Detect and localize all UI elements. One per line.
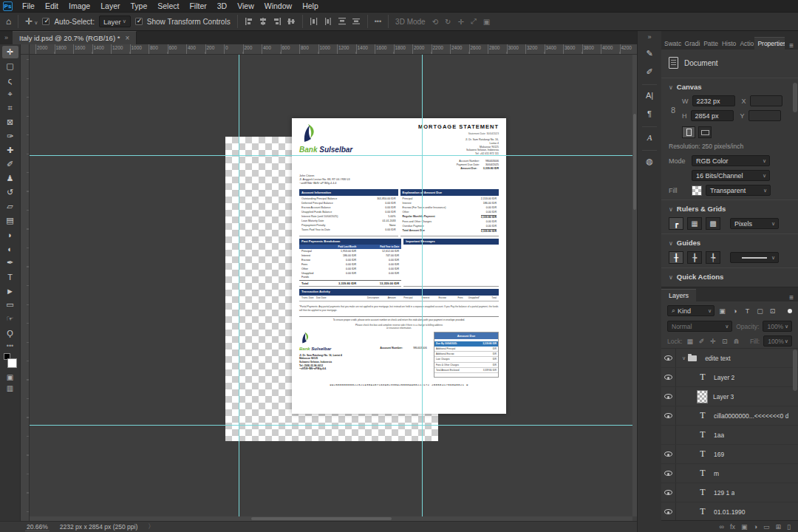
opacity-field[interactable]: 100% [763,321,792,332]
new-layer-icon[interactable]: ⊞ [776,523,782,531]
guide-style-dropdown[interactable] [730,252,779,263]
ruler-corner[interactable] [21,44,30,55]
menu-layer[interactable]: Layer [95,0,125,12]
blur-tool[interactable]: ◗ [2,228,18,241]
history-brush-tool[interactable]: ↺ [2,186,18,199]
filter-smart-objects-icon[interactable]: ⊡ [768,307,777,315]
menu-edit[interactable]: Edit [40,0,64,12]
visibility-toggle-icon[interactable] [661,464,676,482]
layer-mask-icon[interactable]: ▣ [741,523,748,531]
healing-brush-tool[interactable]: ✚ [2,144,18,157]
link-dimensions-icon[interactable]: 8 [669,95,678,125]
rectangle-tool[interactable]: ▭ [2,299,18,311]
canvas-width-field[interactable]: 2232 px [692,95,735,106]
lock-transparency-icon[interactable]: ▦ [686,338,694,345]
collapse-toolbar-icon[interactable]: » [0,34,13,41]
lock-all-icon[interactable]: ⋒ [732,338,740,345]
menu-type[interactable]: Type [125,0,152,12]
visibility-toggle-icon[interactable] [661,406,676,425]
visibility-toggle-icon[interactable] [661,349,676,367]
layer-row[interactable]: ∨ T cilla0000000...<<<<<<<0 d [661,406,798,426]
menu-view[interactable]: View [232,0,259,12]
home-icon[interactable]: ⌂ [6,16,11,27]
align-right-icon[interactable] [273,17,282,26]
paragraph-panel-icon[interactable]: ¶ [641,106,658,122]
3d-slide-icon[interactable]: ⤢ [471,17,477,26]
auto-select-checkbox[interactable] [42,18,50,25]
toggle-guides-icon[interactable]: ╂ [669,251,683,264]
tab-actions[interactable]: Actio [737,38,754,50]
panel-menu-icon[interactable]: ≡ [785,41,798,50]
canvas-section-header[interactable]: ∨Canvas [669,83,791,91]
ruler-units-dropdown[interactable]: Pixels [730,218,779,229]
brush-tool[interactable]: ✐ [2,158,18,171]
distribute-center-icon[interactable] [324,17,332,26]
document-tab[interactable]: Italy id.psd @ 20.7% (RGB/16) * × [13,31,137,44]
rulers-grids-section-header[interactable]: ∨Rulers & Grids [669,205,791,213]
layer-row[interactable]: ∨ T 1aa [661,426,798,445]
menu-3d[interactable]: 3D [212,0,232,12]
blend-mode-dropdown[interactable]: Normal [667,321,732,332]
tab-patterns[interactable]: Patte [700,38,719,50]
distribute-top-icon[interactable] [338,17,347,26]
filter-toggle-icon[interactable] [788,309,792,313]
quick-actions-section-header[interactable]: ∨Quick Actions [669,273,791,281]
menu-window[interactable]: Window [259,0,297,12]
show-transform-checkbox[interactable] [135,18,143,25]
layer-row[interactable]: ∨ T Layer 2 [661,368,798,387]
filter-type-layers-icon[interactable]: T [743,307,752,315]
vertical-guide[interactable] [422,55,423,521]
layer-row[interactable]: ∨ T 01.01.1990 [661,502,798,520]
layer-row[interactable]: ∨ T m [661,464,798,483]
screen-mode-icon[interactable]: ▥ [7,384,13,392]
frame-tool[interactable]: ⊠ [2,116,18,129]
expand-panels-icon[interactable]: » [647,33,651,41]
align-middle-icon[interactable] [287,17,296,26]
layer-row[interactable]: ∨ edite text [661,349,798,368]
distribute-left-icon[interactable] [310,17,318,26]
lock-pixels-icon[interactable]: ✐ [698,338,706,345]
auto-select-target-dropdown[interactable]: Layer∨ [99,16,131,27]
background-color-swatch[interactable] [7,358,17,368]
toggle-rulers-icon[interactable]: ┏ [669,217,683,230]
eyedropper-tool[interactable]: ✑ [2,130,18,143]
clear-guides-icon[interactable]: ╄ [706,251,720,264]
3d-camera-icon[interactable]: ▣ [483,18,490,26]
marquee-tool[interactable]: ▢ [2,60,18,72]
menu-file[interactable]: File [17,0,40,12]
bit-depth-dropdown[interactable]: 16 Bits/Channel [692,170,770,181]
properties-scrollbar[interactable] [793,83,797,112]
visibility-toggle-icon[interactable] [661,368,676,386]
fill-dropdown[interactable]: Transparent [706,185,771,196]
canvas-height-field[interactable]: 2854 px [691,110,734,121]
color-mode-dropdown[interactable]: RGB Color [692,155,770,166]
glyphs-panel-icon[interactable]: A [641,129,658,146]
crop-tool[interactable]: ⌗ [2,102,18,115]
more-options-icon[interactable]: ••• [375,18,381,25]
layers-tab[interactable]: Layers [661,289,696,301]
eraser-tool[interactable]: ▱ [2,200,18,213]
menu-filter[interactable]: Filter [184,0,211,12]
visibility-toggle-icon[interactable] [661,483,676,502]
layer-effects-icon[interactable]: fx [730,523,735,531]
type-tool[interactable]: T [2,270,18,283]
distribute-bottom-icon[interactable] [352,17,361,26]
align-left-icon[interactable] [245,17,253,26]
menu-image[interactable]: Image [64,0,95,12]
visibility-toggle-icon[interactable] [661,387,676,406]
brushes-icon[interactable]: ✐ [641,64,658,80]
guides-section-header[interactable]: ∨Guides [669,239,791,247]
lock-artboard-icon[interactable]: ⊡ [720,338,729,345]
vertical-guide[interactable] [239,55,239,521]
fill-swatch[interactable] [692,185,702,196]
tab-swatches[interactable]: Swatc [661,38,682,50]
path-selection-tool[interactable]: ► [2,284,18,297]
pen-tool[interactable]: ✒ [2,256,18,269]
3d-orbit-icon[interactable]: ⟲ [432,18,438,26]
zoom-tool[interactable]: Ϙ [2,327,18,339]
landscape-orientation-button[interactable] [698,126,712,138]
visibility-toggle-icon[interactable] [661,445,676,463]
horizontal-ruler[interactable]: 2000180016001400120010008006004002000200… [30,44,637,55]
brush-settings-icon[interactable]: ✎ [641,45,658,61]
canvas-x-field[interactable] [750,95,782,106]
